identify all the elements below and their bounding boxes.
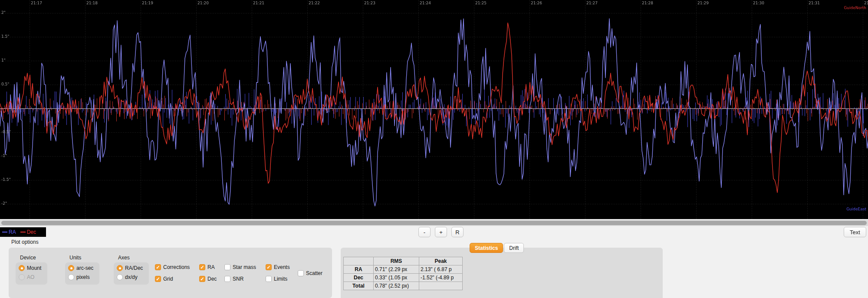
zoom-out-button[interactable]: - [418,227,431,237]
x-tick-21-19: 21:19 [142,1,153,5]
x-tick-21-28: 21:28 [642,1,653,5]
stats-row-ra: RA0.71" (2.29 px2.13" ( 6.87 p [344,265,463,274]
radio-pixels[interactable]: pixels [68,274,93,280]
y-tick-label: -0.5" [1,130,11,134]
radio-dot-mount[interactable] [19,265,25,271]
stats-row-label: RA [344,265,374,274]
stats-peak-value [419,282,463,290]
checkbox-snr[interactable]: ✓SNR [224,276,256,282]
checkbox-label-limits: Limits [274,276,287,282]
legend-dec: Dec [20,229,36,235]
x-tick-21-26: 21:26 [531,1,542,5]
radio-arc-sec[interactable]: arc-sec [68,265,93,271]
checkbox-box-ra[interactable]: ✓ [199,264,205,270]
units-group-label: Units [65,255,99,261]
checkbox-events[interactable]: ✓Events [266,264,290,270]
x-tick-21-31: 21:31 [809,1,820,5]
radio-label-pixels: pixels [76,274,90,280]
checkbox-scatter[interactable]: ✓Scatter [298,270,322,276]
stats-rms-value: 0.33" (1.05 px [374,274,419,282]
radio-ra-dec[interactable]: RA/Dec [117,265,143,271]
stats-rms-value: 0.71" (2.29 px [374,265,419,274]
statistics-table: RMSPeak RA0.71" (2.29 px2.13" ( 6.87 pDe… [343,257,463,290]
radio-label-dx-dy: dx/dy [125,274,138,280]
plot-options-panel: DeviceMountAOUnitsarc-secpixelsAxesRA/De… [9,248,332,298]
x-tick-21-24: 21:24 [420,1,431,5]
checkbox-box-limits[interactable]: ✓ [266,276,272,282]
units-group-box: arc-secpixels [65,262,99,285]
x-tick-21-27: 21:27 [586,1,598,5]
radio-mount[interactable]: Mount [19,265,41,271]
checkbox-column-2: ✓RA✓Dec [199,264,217,282]
stats-row-dec: Dec0.33" (1.05 px-1.52" (-4.89 p [344,274,463,282]
group-units: Unitsarc-secpixels [65,255,99,285]
x-tick-21-20: 21:20 [197,1,209,5]
checkbox-box-grid[interactable]: ✓ [155,276,161,282]
checkbox-box-snr[interactable]: ✓ [224,276,230,282]
checkbox-label-star-mass: Star mass [233,264,256,270]
radio-dot-ra-dec[interactable] [117,265,123,271]
checkbox-box-dec[interactable]: ✓ [199,276,205,282]
radio-label-ao: AO [27,274,34,280]
radio-dot-arc-sec[interactable] [68,265,74,271]
stats-peak-value: 2.13" ( 6.87 p [419,265,463,274]
checkbox-limits[interactable]: ✓Limits [266,276,290,282]
checkbox-label-events: Events [274,264,290,270]
text-button[interactable]: Text [844,227,866,237]
scrollbar-thumb[interactable] [1,221,867,225]
checkbox-label-ra: RA [207,264,215,270]
legend-ra: RA [2,229,16,235]
guide-graph: 21:1721:1821:1921:2021:2121:2221:2321:24… [0,0,868,219]
phd2-guide-graph-window: 21:1721:1821:1921:2021:2121:2221:2321:24… [0,0,868,298]
legend-ra-label: RA [9,229,16,235]
x-tick-21-18: 21:18 [86,1,98,5]
checkbox-dec[interactable]: ✓Dec [199,276,217,282]
y-tick-label: 2" [1,10,6,15]
tab-statistics[interactable]: Statistics [470,243,503,253]
checkbox-box-star-mass[interactable]: ✓ [224,264,230,270]
y-tick-label: 0.5" [1,82,9,86]
stats-header-peak: Peak [419,257,463,265]
x-tick-21-30: 21:30 [753,1,764,5]
radio-dot-pixels[interactable] [68,274,74,280]
checkbox-ra[interactable]: ✓RA [199,264,217,270]
device-group-label: Device [16,255,47,261]
ra-line-swatch [2,232,7,233]
checkbox-label-corrections: Corrections [163,264,190,270]
x-tick-21-25: 21:25 [475,1,487,5]
checkbox-corrections[interactable]: ✓Corrections [155,264,190,270]
y-tick-label: -1" [1,154,7,158]
group-axes: AxesRA/Decdx/dy [114,255,149,285]
y-tick-label: 1" [1,58,6,62]
x-tick-21-29: 21:29 [697,1,709,5]
radio-dot-dx-dy[interactable] [117,274,123,280]
horizontal-scrollbar[interactable] [0,220,868,226]
axes-group-label: Axes [114,255,149,261]
y-tick-label: -1.5" [1,177,11,182]
axes-group-box: RA/Decdx/dy [114,262,149,285]
radio-label-mount: Mount [27,265,41,271]
checkbox-star-mass[interactable]: ✓Star mass [224,264,256,270]
checkbox-box-events[interactable]: ✓ [266,264,272,270]
legend: RA Dec [0,227,46,237]
x-tick-21-32: 21:32 [864,1,868,5]
checkbox-box-scatter[interactable]: ✓ [298,270,304,276]
radio-ao: AO [19,274,41,280]
device-group-box: MountAO [16,262,47,285]
zoom-in-button[interactable]: + [435,227,447,237]
checkbox-grid[interactable]: ✓Grid [155,276,190,282]
checkbox-box-corrections[interactable]: ✓ [155,264,161,270]
dec-line-swatch [20,232,26,233]
plot-options-label: Plot options [11,239,39,245]
checkbox-label-snr: SNR [233,276,243,282]
checkbox-column-1: ✓Corrections✓Grid [155,264,190,282]
reset-button[interactable]: R [451,227,464,237]
tab-drift[interactable]: Drift [504,243,524,253]
x-tick-21-17: 21:17 [31,1,42,5]
legend-dec-label: Dec [27,229,36,235]
stats-peak-value: -1.52" (-4.89 p [419,274,463,282]
checkbox-column-3: ✓Star mass✓SNR [224,264,256,282]
guide-north-label: GuideNorth [844,6,866,10]
stats-header-blank [344,257,374,265]
radio-dx-dy[interactable]: dx/dy [117,274,143,280]
